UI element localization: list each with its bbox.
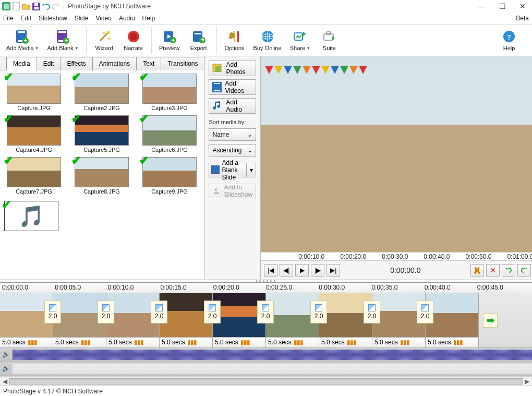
transition-marker[interactable]: 2.0 bbox=[364, 301, 380, 323]
transition-marker[interactable]: 2.0 bbox=[98, 301, 114, 323]
clip-bars-icon: ▮▮▮ bbox=[294, 339, 303, 346]
svg-rect-41 bbox=[211, 165, 220, 174]
tab-animations[interactable]: Animations bbox=[92, 57, 137, 70]
transition-marker[interactable]: 2.0 bbox=[257, 301, 274, 323]
sort-order-select[interactable]: Ascending ⌄ bbox=[209, 144, 256, 157]
add-photos-button[interactable]: Add Photos bbox=[209, 61, 256, 76]
transition-marker[interactable]: 2.0 bbox=[417, 301, 433, 323]
audio-track-2[interactable]: 🔊 bbox=[0, 362, 532, 376]
transition-marker[interactable]: 2.0 bbox=[44, 301, 61, 323]
svg-point-26 bbox=[199, 37, 205, 43]
timeline-clip[interactable]: 5.0 secs▮▮▮ bbox=[426, 293, 479, 347]
redo2-button[interactable] bbox=[517, 264, 531, 277]
transition-marker[interactable]: 2.0 bbox=[310, 301, 327, 323]
tab-edit[interactable]: Edit bbox=[37, 57, 61, 70]
scroll-left-icon[interactable]: ◀ bbox=[1, 378, 9, 385]
play-button[interactable]: ▶ bbox=[295, 264, 309, 277]
step-forward-button[interactable]: |▶ bbox=[311, 264, 324, 277]
menu-audio[interactable]: Audio bbox=[119, 15, 135, 22]
share-button[interactable]: Share▼ bbox=[285, 28, 315, 52]
timeline-clip[interactable]: 2.05.0 secs▮▮▮ bbox=[160, 293, 213, 347]
video-track[interactable]: 2.05.0 secs▮▮▮2.05.0 secs▮▮▮2.05.0 secs▮… bbox=[0, 293, 532, 348]
save-icon[interactable] bbox=[32, 2, 40, 10]
bunting-graphic bbox=[265, 66, 425, 77]
step-back-button[interactable]: ◀| bbox=[280, 264, 293, 277]
media-thumb[interactable]: ✔Capture4.JPG bbox=[2, 115, 66, 156]
buy-online-button[interactable]: Buy Online bbox=[249, 28, 286, 52]
tab-effects[interactable]: Effects bbox=[60, 57, 92, 70]
close-icon[interactable]: ✕ bbox=[519, 2, 526, 10]
tab-text[interactable]: Text bbox=[136, 57, 161, 70]
timeline-clip[interactable]: 2.05.0 secs▮▮▮ bbox=[213, 293, 266, 347]
options-button[interactable]: Options bbox=[220, 28, 249, 52]
media-thumb[interactable]: ✔Capture7.JPG bbox=[2, 157, 66, 198]
add-audio-button[interactable]: Add Audio bbox=[209, 98, 256, 114]
add-media-button[interactable]: + Add Media▼ bbox=[2, 28, 43, 52]
media-thumb[interactable]: ✔Capture2.JPG bbox=[70, 74, 134, 114]
open-icon[interactable] bbox=[22, 2, 30, 10]
svg-point-20 bbox=[130, 33, 137, 40]
add-to-slideshow-button[interactable]: Add to Slideshow bbox=[209, 184, 256, 198]
go-start-button[interactable]: |◀ bbox=[264, 264, 277, 277]
media-thumb[interactable]: ✔Capture.JPG bbox=[2, 74, 66, 114]
clip-duration: 5.0 secs bbox=[2, 339, 26, 346]
clip-bars-icon: ▮▮▮ bbox=[28, 339, 37, 346]
new-icon[interactable] bbox=[12, 2, 20, 10]
svg-rect-12 bbox=[58, 31, 66, 33]
narrate-button[interactable]: Narrate bbox=[119, 28, 148, 52]
preview-button[interactable]: Preview bbox=[155, 28, 184, 52]
timeline-clip[interactable]: 2.05.0 secs▮▮▮ bbox=[266, 293, 319, 347]
media-thumb[interactable]: ✔Capture3.JPG bbox=[138, 74, 201, 114]
timeline-ruler[interactable]: 0:00:00.00:00:05.00:00:10.00:00:15.00:00… bbox=[0, 283, 532, 293]
help-button[interactable]: ? Help bbox=[494, 28, 524, 52]
scroll-thumb[interactable] bbox=[9, 378, 523, 385]
sort-field-select[interactable]: Name ⌄ bbox=[209, 128, 256, 141]
add-blank-slide-button[interactable]: Add a Blank Slide bbox=[209, 163, 247, 177]
sort-label: Sort media by: bbox=[209, 119, 256, 125]
redo-icon[interactable] bbox=[52, 2, 60, 10]
transition-marker[interactable]: 2.0 bbox=[204, 301, 221, 323]
export-button[interactable]: Export bbox=[184, 28, 213, 52]
add-blank-button[interactable]: + Add Blank▼ bbox=[43, 28, 83, 52]
maximize-icon[interactable]: ☐ bbox=[499, 2, 506, 10]
menu-help[interactable]: Help bbox=[142, 15, 155, 22]
delete-button[interactable]: ✕ bbox=[486, 264, 500, 277]
minimize-icon[interactable]: — bbox=[478, 2, 486, 10]
timeline-end-marker[interactable]: ➡ bbox=[479, 293, 502, 347]
wizard-button[interactable]: ✦✦ Wizard bbox=[90, 28, 119, 52]
timeline-clip[interactable]: 2.05.0 secs▮▮▮ bbox=[319, 293, 372, 347]
tab-media[interactable]: Media bbox=[6, 57, 37, 70]
menu-slide[interactable]: Slide bbox=[75, 15, 89, 22]
app-title: PhotoStage by NCH Software bbox=[68, 3, 151, 10]
menu-file[interactable]: File bbox=[3, 15, 13, 22]
scroll-right-icon[interactable]: ▶ bbox=[523, 378, 531, 385]
menu-edit[interactable]: Edit bbox=[20, 15, 31, 22]
timeline-clip[interactable]: 2.05.0 secs▮▮▮ bbox=[372, 293, 426, 347]
menu-video[interactable]: Video bbox=[95, 15, 111, 22]
media-thumb[interactable]: ✔Capture6.JPG bbox=[138, 115, 201, 156]
timeline-clip[interactable]: 2.05.0 secs▮▮▮ bbox=[106, 293, 160, 347]
transition-marker[interactable]: 2.0 bbox=[151, 301, 167, 323]
timeline-clip[interactable]: 2.05.0 secs▮▮▮ bbox=[0, 293, 53, 347]
go-end-button[interactable]: ▶| bbox=[327, 264, 340, 277]
split-button[interactable] bbox=[470, 264, 484, 277]
audio-track-1[interactable]: 🔊 bbox=[0, 348, 532, 362]
preview-ruler[interactable]: 0:00:10.0 0:00:20.0 0:00:30.0 0:00:40.0 … bbox=[261, 252, 532, 260]
media-thumb[interactable]: ✔Capture5.JPG bbox=[70, 115, 134, 156]
undo-icon[interactable] bbox=[42, 2, 50, 10]
media-thumb[interactable]: ✔Capture8.JPG bbox=[70, 157, 134, 198]
add-videos-button[interactable]: Add Videos bbox=[209, 79, 256, 95]
menu-slideshow[interactable]: Slideshow bbox=[39, 15, 67, 22]
svg-rect-4 bbox=[34, 7, 39, 9]
media-panel: Media Edit Effects Animations Text Trans… bbox=[0, 56, 204, 279]
tab-transitions[interactable]: Transitions bbox=[161, 57, 204, 70]
thumb-caption: Capture.JPG bbox=[17, 104, 51, 114]
timeline-clip[interactable]: 2.05.0 secs▮▮▮ bbox=[53, 293, 106, 347]
undo2-button[interactable] bbox=[502, 264, 515, 277]
clip-duration: 5.0 secs bbox=[215, 339, 238, 346]
timeline-scrollbar[interactable]: ◀ ▶ bbox=[0, 376, 532, 386]
add-blank-slide-dropdown[interactable]: ▾ bbox=[247, 163, 256, 177]
suite-button[interactable]: Suite bbox=[315, 28, 344, 52]
media-thumb-audio[interactable]: ✔🎵 bbox=[4, 201, 58, 231]
media-thumb[interactable]: ✔Capture9.JPG bbox=[138, 157, 201, 198]
